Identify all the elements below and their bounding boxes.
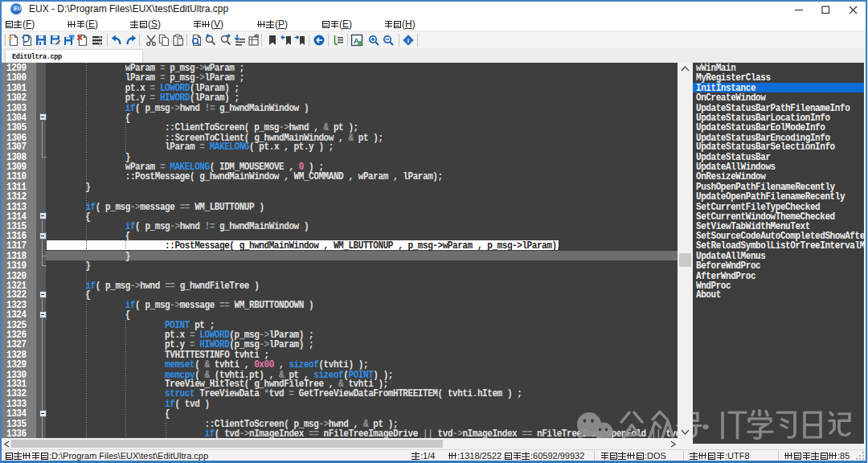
svg-text:i: i <box>407 37 409 44</box>
